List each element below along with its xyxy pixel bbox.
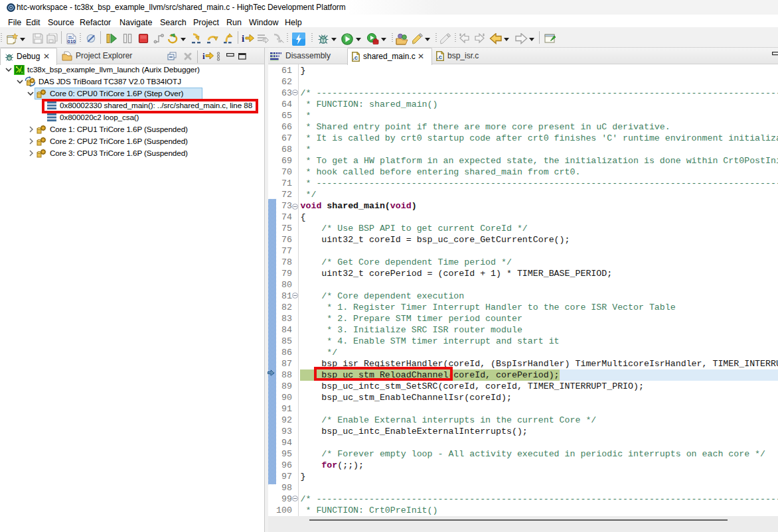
svg-text:i: i xyxy=(202,52,205,60)
svg-text:.c: .c xyxy=(437,53,442,60)
svg-text:010: 010 xyxy=(68,38,76,44)
svg-text:i: i xyxy=(242,33,244,43)
svg-text:.c: .c xyxy=(352,54,358,61)
